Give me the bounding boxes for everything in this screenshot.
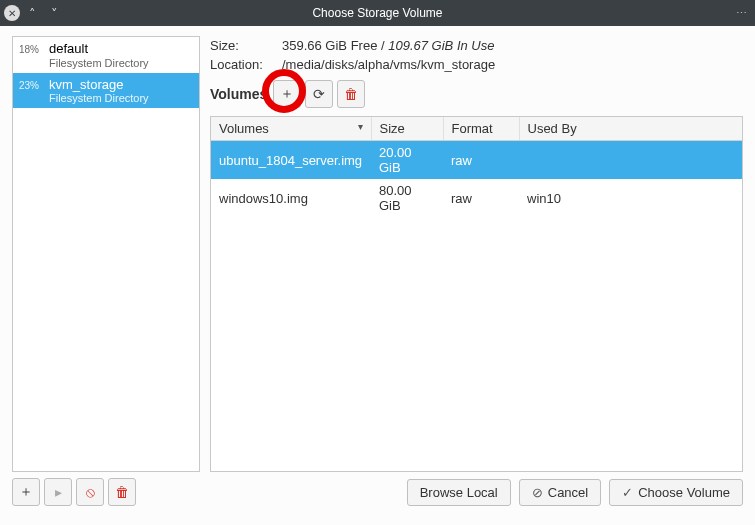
cell-size: 20.00 GiB	[371, 141, 443, 180]
volumes-toolbar: Volumes ＋ ⟳ 🗑	[210, 80, 743, 108]
storage-pool-list[interactable]: 18% default Filesystem Directory 23% kvm…	[12, 36, 200, 472]
pool-name: kvm_storage	[49, 77, 149, 93]
cell-volume-name: ubuntu_1804_server.img	[211, 141, 371, 180]
pool-usage-pct: 23%	[19, 77, 43, 91]
refresh-volumes-button[interactable]: ⟳	[305, 80, 333, 108]
location-value: /media/disks/alpha/vms/kvm_storage	[282, 57, 495, 72]
titlebar: ✕ ˄ ˅ Choose Storage Volume ⋯	[0, 0, 755, 26]
pool-usage-pct: 18%	[19, 41, 43, 55]
cancel-button[interactable]: ⊘ Cancel	[519, 479, 601, 506]
window-right-icons: ⋯	[736, 7, 755, 20]
close-icon[interactable]: ✕	[4, 5, 20, 21]
table-row[interactable]: windows10.img 80.00 GiB raw win10	[211, 179, 742, 217]
window-title: Choose Storage Volume	[312, 6, 442, 20]
size-label: Size:	[210, 38, 282, 53]
size-row: Size: 359.66 GiB Free / 109.67 GiB In Us…	[210, 36, 743, 55]
cell-volume-name: windows10.img	[211, 179, 371, 217]
content-area: 18% default Filesystem Directory 23% kvm…	[0, 26, 755, 478]
table-row[interactable]: ubuntu_1804_server.img 20.00 GiB raw	[211, 141, 742, 180]
col-usedby[interactable]: Used By	[519, 117, 742, 141]
cell-usedby: win10	[519, 179, 742, 217]
footer: ＋ ▸ ⦸ 🗑 Browse Local ⊘ Cancel ✓ Choose V…	[0, 478, 755, 516]
location-row: Location: /media/disks/alpha/vms/kvm_sto…	[210, 55, 743, 74]
size-value: 359.66 GiB Free / 109.67 GiB In Use	[282, 38, 494, 53]
cell-usedby	[519, 141, 742, 180]
location-label: Location:	[210, 57, 282, 72]
delete-pool-button[interactable]: 🗑	[108, 478, 136, 506]
stop-pool-button[interactable]: ⦸	[76, 478, 104, 506]
pool-type: Filesystem Directory	[49, 92, 149, 104]
pool-name: default	[49, 41, 149, 57]
volumes-table: Volumes Size Format Used By ubuntu_1804_…	[211, 117, 742, 217]
pool-action-buttons: ＋ ▸ ⦸ 🗑	[12, 478, 136, 506]
col-volumes[interactable]: Volumes	[211, 117, 371, 141]
cancel-icon: ⊘	[532, 485, 543, 500]
browse-local-button[interactable]: Browse Local	[407, 479, 511, 506]
window-controls: ✕ ˄ ˅	[0, 3, 64, 23]
choose-volume-button[interactable]: ✓ Choose Volume	[609, 479, 743, 506]
cell-format: raw	[443, 179, 519, 217]
dialog-buttons: Browse Local ⊘ Cancel ✓ Choose Volume	[407, 479, 743, 506]
pool-item-default[interactable]: 18% default Filesystem Directory	[13, 37, 199, 73]
minimize-icon[interactable]: ˄	[22, 3, 42, 23]
maximize-icon[interactable]: ˅	[44, 3, 64, 23]
col-size[interactable]: Size	[371, 117, 443, 141]
sidebar: 18% default Filesystem Directory 23% kvm…	[12, 36, 200, 472]
delete-volume-button[interactable]: 🗑	[337, 80, 365, 108]
pool-type: Filesystem Directory	[49, 57, 149, 69]
add-volume-button[interactable]: ＋	[273, 80, 301, 108]
start-pool-button[interactable]: ▸	[44, 478, 72, 506]
cell-format: raw	[443, 141, 519, 180]
volumes-table-container: Volumes Size Format Used By ubuntu_1804_…	[210, 116, 743, 472]
cell-size: 80.00 GiB	[371, 179, 443, 217]
add-pool-button[interactable]: ＋	[12, 478, 40, 506]
col-format[interactable]: Format	[443, 117, 519, 141]
check-icon: ✓	[622, 485, 633, 500]
pool-item-kvm-storage[interactable]: 23% kvm_storage Filesystem Directory	[13, 73, 199, 109]
pool-details-panel: Size: 359.66 GiB Free / 109.67 GiB In Us…	[210, 36, 743, 472]
volumes-label: Volumes	[210, 86, 267, 102]
